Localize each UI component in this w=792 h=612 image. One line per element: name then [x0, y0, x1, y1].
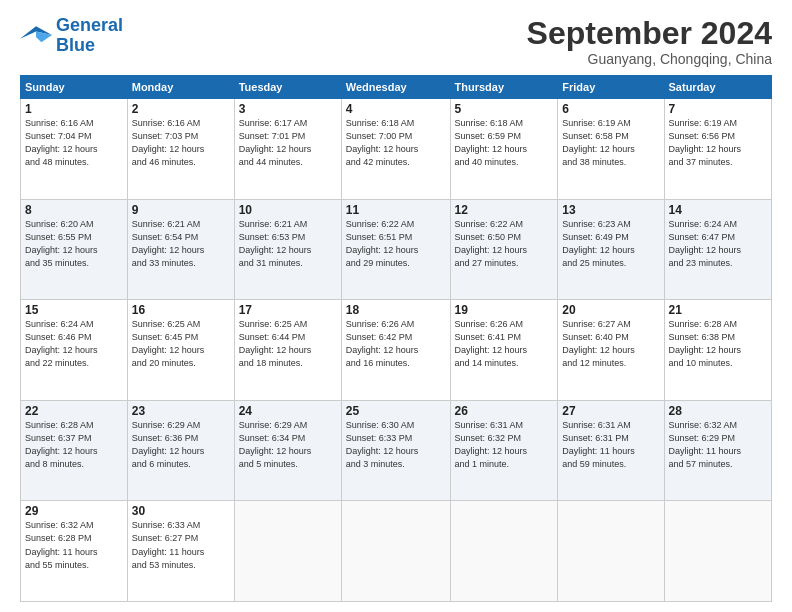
- logo-text: General Blue: [56, 16, 123, 56]
- calendar-header: Sunday Monday Tuesday Wednesday Thursday…: [21, 76, 772, 99]
- calendar-cell: 5Sunrise: 6:18 AM Sunset: 6:59 PM Daylig…: [450, 99, 558, 200]
- day-number: 6: [562, 102, 659, 116]
- calendar-week-1: 1Sunrise: 6:16 AM Sunset: 7:04 PM Daylig…: [21, 99, 772, 200]
- logo-icon: [20, 22, 52, 50]
- day-number: 5: [455, 102, 554, 116]
- day-number: 28: [669, 404, 767, 418]
- day-detail: Sunrise: 6:25 AM Sunset: 6:45 PM Dayligh…: [132, 318, 230, 370]
- day-number: 7: [669, 102, 767, 116]
- day-detail: Sunrise: 6:16 AM Sunset: 7:03 PM Dayligh…: [132, 117, 230, 169]
- calendar-cell: 21Sunrise: 6:28 AM Sunset: 6:38 PM Dayli…: [664, 300, 771, 401]
- day-detail: Sunrise: 6:29 AM Sunset: 6:36 PM Dayligh…: [132, 419, 230, 471]
- calendar-cell: 23Sunrise: 6:29 AM Sunset: 6:36 PM Dayli…: [127, 400, 234, 501]
- calendar-cell: 11Sunrise: 6:22 AM Sunset: 6:51 PM Dayli…: [341, 199, 450, 300]
- day-detail: Sunrise: 6:18 AM Sunset: 6:59 PM Dayligh…: [455, 117, 554, 169]
- day-number: 21: [669, 303, 767, 317]
- day-detail: Sunrise: 6:26 AM Sunset: 6:41 PM Dayligh…: [455, 318, 554, 370]
- calendar-cell: [234, 501, 341, 602]
- calendar-cell: [450, 501, 558, 602]
- th-saturday: Saturday: [664, 76, 771, 99]
- day-number: 10: [239, 203, 337, 217]
- calendar-week-2: 8Sunrise: 6:20 AM Sunset: 6:55 PM Daylig…: [21, 199, 772, 300]
- day-number: 3: [239, 102, 337, 116]
- day-number: 25: [346, 404, 446, 418]
- day-number: 29: [25, 504, 123, 518]
- calendar-cell: [341, 501, 450, 602]
- th-tuesday: Tuesday: [234, 76, 341, 99]
- day-detail: Sunrise: 6:21 AM Sunset: 6:54 PM Dayligh…: [132, 218, 230, 270]
- th-sunday: Sunday: [21, 76, 128, 99]
- calendar-cell: 1Sunrise: 6:16 AM Sunset: 7:04 PM Daylig…: [21, 99, 128, 200]
- day-number: 8: [25, 203, 123, 217]
- calendar-week-5: 29Sunrise: 6:32 AM Sunset: 6:28 PM Dayli…: [21, 501, 772, 602]
- th-wednesday: Wednesday: [341, 76, 450, 99]
- calendar-cell: 7Sunrise: 6:19 AM Sunset: 6:56 PM Daylig…: [664, 99, 771, 200]
- day-detail: Sunrise: 6:29 AM Sunset: 6:34 PM Dayligh…: [239, 419, 337, 471]
- day-number: 11: [346, 203, 446, 217]
- day-detail: Sunrise: 6:30 AM Sunset: 6:33 PM Dayligh…: [346, 419, 446, 471]
- calendar-cell: 25Sunrise: 6:30 AM Sunset: 6:33 PM Dayli…: [341, 400, 450, 501]
- calendar-cell: 18Sunrise: 6:26 AM Sunset: 6:42 PM Dayli…: [341, 300, 450, 401]
- calendar-cell: 13Sunrise: 6:23 AM Sunset: 6:49 PM Dayli…: [558, 199, 664, 300]
- day-detail: Sunrise: 6:19 AM Sunset: 6:56 PM Dayligh…: [669, 117, 767, 169]
- th-friday: Friday: [558, 76, 664, 99]
- day-detail: Sunrise: 6:20 AM Sunset: 6:55 PM Dayligh…: [25, 218, 123, 270]
- header-row: Sunday Monday Tuesday Wednesday Thursday…: [21, 76, 772, 99]
- day-detail: Sunrise: 6:32 AM Sunset: 6:28 PM Dayligh…: [25, 519, 123, 571]
- day-detail: Sunrise: 6:21 AM Sunset: 6:53 PM Dayligh…: [239, 218, 337, 270]
- day-number: 23: [132, 404, 230, 418]
- calendar-cell: 12Sunrise: 6:22 AM Sunset: 6:50 PM Dayli…: [450, 199, 558, 300]
- calendar-week-4: 22Sunrise: 6:28 AM Sunset: 6:37 PM Dayli…: [21, 400, 772, 501]
- day-number: 12: [455, 203, 554, 217]
- day-number: 18: [346, 303, 446, 317]
- calendar-table: Sunday Monday Tuesday Wednesday Thursday…: [20, 75, 772, 602]
- calendar-cell: 4Sunrise: 6:18 AM Sunset: 7:00 PM Daylig…: [341, 99, 450, 200]
- header: General Blue September 2024 Guanyang, Ch…: [20, 16, 772, 67]
- calendar-cell: 3Sunrise: 6:17 AM Sunset: 7:01 PM Daylig…: [234, 99, 341, 200]
- day-detail: Sunrise: 6:25 AM Sunset: 6:44 PM Dayligh…: [239, 318, 337, 370]
- day-number: 14: [669, 203, 767, 217]
- calendar-cell: [664, 501, 771, 602]
- day-detail: Sunrise: 6:17 AM Sunset: 7:01 PM Dayligh…: [239, 117, 337, 169]
- day-number: 17: [239, 303, 337, 317]
- calendar-cell: 16Sunrise: 6:25 AM Sunset: 6:45 PM Dayli…: [127, 300, 234, 401]
- day-number: 4: [346, 102, 446, 116]
- day-detail: Sunrise: 6:33 AM Sunset: 6:27 PM Dayligh…: [132, 519, 230, 571]
- day-detail: Sunrise: 6:26 AM Sunset: 6:42 PM Dayligh…: [346, 318, 446, 370]
- calendar-cell: 8Sunrise: 6:20 AM Sunset: 6:55 PM Daylig…: [21, 199, 128, 300]
- day-detail: Sunrise: 6:31 AM Sunset: 6:32 PM Dayligh…: [455, 419, 554, 471]
- calendar-cell: 30Sunrise: 6:33 AM Sunset: 6:27 PM Dayli…: [127, 501, 234, 602]
- day-detail: Sunrise: 6:24 AM Sunset: 6:46 PM Dayligh…: [25, 318, 123, 370]
- day-number: 9: [132, 203, 230, 217]
- logo: General Blue: [20, 16, 123, 56]
- calendar-cell: 15Sunrise: 6:24 AM Sunset: 6:46 PM Dayli…: [21, 300, 128, 401]
- calendar-cell: 9Sunrise: 6:21 AM Sunset: 6:54 PM Daylig…: [127, 199, 234, 300]
- day-detail: Sunrise: 6:16 AM Sunset: 7:04 PM Dayligh…: [25, 117, 123, 169]
- day-detail: Sunrise: 6:28 AM Sunset: 6:37 PM Dayligh…: [25, 419, 123, 471]
- logo-line1: General: [56, 15, 123, 35]
- calendar-cell: 2Sunrise: 6:16 AM Sunset: 7:03 PM Daylig…: [127, 99, 234, 200]
- calendar-cell: [558, 501, 664, 602]
- day-detail: Sunrise: 6:22 AM Sunset: 6:51 PM Dayligh…: [346, 218, 446, 270]
- th-thursday: Thursday: [450, 76, 558, 99]
- day-number: 27: [562, 404, 659, 418]
- day-number: 1: [25, 102, 123, 116]
- day-number: 19: [455, 303, 554, 317]
- day-detail: Sunrise: 6:19 AM Sunset: 6:58 PM Dayligh…: [562, 117, 659, 169]
- calendar-cell: 27Sunrise: 6:31 AM Sunset: 6:31 PM Dayli…: [558, 400, 664, 501]
- calendar-cell: 19Sunrise: 6:26 AM Sunset: 6:41 PM Dayli…: [450, 300, 558, 401]
- day-detail: Sunrise: 6:28 AM Sunset: 6:38 PM Dayligh…: [669, 318, 767, 370]
- calendar-cell: 10Sunrise: 6:21 AM Sunset: 6:53 PM Dayli…: [234, 199, 341, 300]
- day-number: 16: [132, 303, 230, 317]
- logo-line2: Blue: [56, 35, 95, 55]
- day-number: 30: [132, 504, 230, 518]
- day-detail: Sunrise: 6:27 AM Sunset: 6:40 PM Dayligh…: [562, 318, 659, 370]
- calendar-cell: 24Sunrise: 6:29 AM Sunset: 6:34 PM Dayli…: [234, 400, 341, 501]
- calendar-cell: 14Sunrise: 6:24 AM Sunset: 6:47 PM Dayli…: [664, 199, 771, 300]
- day-number: 15: [25, 303, 123, 317]
- calendar-cell: 20Sunrise: 6:27 AM Sunset: 6:40 PM Dayli…: [558, 300, 664, 401]
- th-monday: Monday: [127, 76, 234, 99]
- calendar-cell: 28Sunrise: 6:32 AM Sunset: 6:29 PM Dayli…: [664, 400, 771, 501]
- day-number: 22: [25, 404, 123, 418]
- day-detail: Sunrise: 6:18 AM Sunset: 7:00 PM Dayligh…: [346, 117, 446, 169]
